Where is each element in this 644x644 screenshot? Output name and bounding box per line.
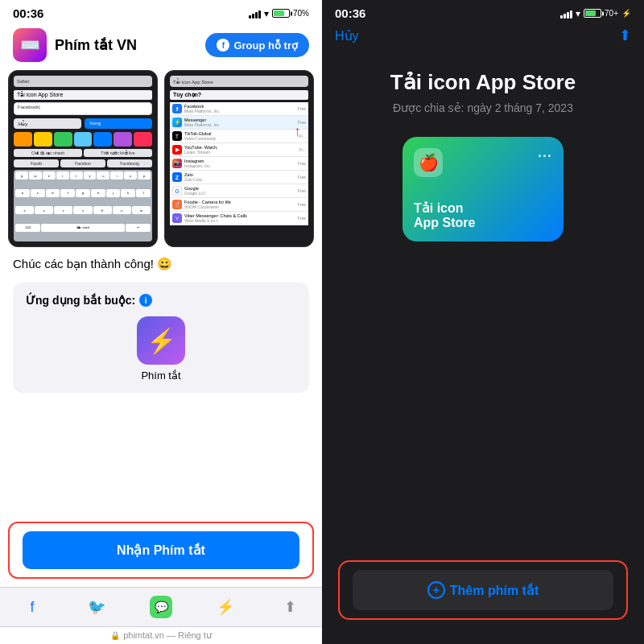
key-g: g [76, 189, 90, 197]
ss-list-title: Tùy chọn? [170, 90, 308, 100]
ss-price-ig: Free [298, 161, 306, 166]
group-support-button[interactable]: f Group hỗ trợ [205, 33, 309, 57]
ss-price-yt: Fr... [299, 147, 306, 152]
ss-icon-viber: V [172, 213, 182, 223]
app-logo-title: ⌨️ Phím tắt VN [13, 28, 137, 62]
signal-icon-right [560, 9, 572, 19]
ss-list-item-zalo: Z Zalo Zalo Corp. Free [170, 171, 308, 184]
battery-fill-right [585, 10, 596, 16]
sms-share-icon: 💬 [150, 596, 172, 618]
required-label-text: Ứng dụng bắt buộc: [26, 294, 135, 307]
ss-price-google: Free [298, 188, 306, 193]
ss-list-left-google: G Google Google LLC [172, 186, 206, 196]
keyboard-row-2: a s d f g h j k l [15, 189, 151, 206]
ss-safari-bar-1: Safari [14, 76, 152, 87]
status-time-left: 00:36 [13, 6, 43, 20]
more-share-button[interactable]: ⬆ [258, 588, 322, 626]
screenshots-row: Safari Tải icon App Store Facebook| Hủy … [0, 70, 322, 247]
twitter-share-icon: 🐦 [88, 598, 105, 616]
shortcut-card: 🍎 ··· Tải icon App Store [402, 137, 564, 242]
key-c: c [54, 206, 72, 214]
screenshot-inner-1: Safari Tải icon App Store Facebook| Hủy … [9, 71, 157, 246]
key-h: h [91, 189, 105, 197]
ss-btn-row-1: Hủy Xong [14, 118, 152, 129]
color-chip-1 [14, 132, 32, 147]
shortcut-title: Tải icon App Store [390, 70, 576, 95]
ss-text-tiktok: TikTok-Global Video Community [184, 131, 216, 141]
ss-color-row [14, 132, 152, 147]
facebook-share-icon: f [30, 599, 34, 616]
ss-price-viber: Free [298, 216, 306, 221]
status-icons-left: ▾ 70% [249, 8, 309, 19]
plus-circle-icon: + [427, 581, 445, 599]
messenger-share-icon: ⚡ [217, 598, 234, 616]
key-v: v [73, 206, 92, 214]
cancel-button[interactable]: Hủy [335, 28, 359, 43]
congrats-text: Chúc các bạn thành công! 😀 [13, 257, 309, 271]
screenshot-2: Tải icon App Store Tùy chọn? f Facebook … [164, 70, 314, 247]
ss-price-zalo: Free [298, 175, 306, 180]
required-app-box: Ứng dụng bắt buộc: i ⚡ Phím tắt [13, 283, 309, 393]
keyboard-row-1: q w e r t y u i o p [15, 171, 151, 188]
left-panel: 00:36 ▾ 70% ⌨️ Phím tắt VN f Group hỗ tr [0, 0, 322, 644]
ss-title-bar-1: Tải icon App Store [14, 90, 152, 100]
battery-right-shell [584, 9, 601, 18]
signal-bar-1 [249, 15, 251, 19]
shortcut-main: Tải icon App Store Được chia sẻ: ngày 2 … [322, 54, 644, 560]
sms-share-button[interactable]: 💬 [129, 588, 193, 626]
ss-list-item-fb: f Facebook Meta Platforms, Inc. Free [170, 102, 308, 116]
content-area: Chúc các bạn thành công! 😀 Ứng dụng bắt … [0, 247, 322, 522]
twitter-share-button[interactable]: 🐦 [64, 588, 129, 626]
battery-fill-left [274, 10, 284, 16]
ss-word-3: Facebooig [107, 159, 152, 167]
ss-list-left-yt: ▶ YouTube: Watch, Listen, Stream [172, 145, 218, 155]
ss-icon-fb: f [172, 104, 182, 114]
group-btn-label: Group hỗ trợ [233, 39, 298, 52]
key-p: p [138, 171, 151, 180]
url-text: phimtat.vn — Riêng tư [123, 630, 212, 641]
color-chip-3 [54, 132, 72, 147]
messenger-share-button[interactable]: ⚡ [193, 588, 258, 626]
signal-bar-r3 [567, 12, 569, 19]
key-a: a [15, 189, 30, 197]
ss-safari-bar-2: Tải icon App Store [170, 76, 308, 87]
ss-keyboard: q w e r t y u i o p a s d [14, 170, 152, 242]
ss-text-ig: Instagram Instagram, Inc. [184, 159, 211, 168]
key-z: z [15, 206, 34, 214]
card-label: Tải icon App Store [414, 200, 552, 230]
receive-shortcut-button[interactable]: Nhận Phím tắt [23, 531, 299, 569]
signal-bar-3 [255, 12, 258, 19]
key-123: 123 [15, 224, 40, 232]
key-q: q [15, 171, 28, 180]
right-nav: Hủy ⬆ [322, 23, 644, 54]
key-y: y [84, 171, 97, 180]
ss-list-item-ig: 📷 Instagram Instagram, Inc. Free [170, 157, 308, 171]
signal-bar-2 [252, 14, 254, 19]
app-title: Phím tắt VN [55, 36, 137, 54]
color-chip-7 [134, 132, 152, 147]
ss-list-left-ig: 📷 Instagram Instagram, Inc. [172, 159, 211, 168]
battery-pct-left: 70% [293, 9, 309, 18]
ss-list-item-tiktok: T TikTok-Global Video Community Fr... [170, 130, 308, 143]
screenshot-1: Safari Tải icon App Store Facebook| Hủy … [8, 70, 158, 247]
facebook-share-button[interactable]: f [0, 588, 64, 626]
add-shortcut-button[interactable]: + Thêm phím tắt [353, 570, 613, 610]
key-j: j [106, 189, 121, 197]
ss-list-left-msg: ⚡ Messenger Meta Platforms, Inc. [172, 118, 220, 127]
key-i: i [110, 171, 123, 180]
ss-cancel-1: Hủy [14, 118, 81, 129]
signal-bar-r1 [560, 15, 563, 19]
red-arrow-icon: ↑ [294, 123, 301, 140]
more-share-icon: ⬆ [284, 598, 296, 616]
signal-bar-4 [258, 10, 261, 19]
ss-icon-google: G [172, 186, 182, 196]
ss-word-1: Faceb [14, 159, 59, 167]
ss-list-left-fb: f Facebook Meta Platforms, Inc. [172, 104, 220, 114]
key-b: b [93, 206, 112, 214]
phim-tat-icon: ⚡ [137, 316, 185, 365]
info-badge: i [139, 294, 152, 307]
share-button[interactable]: ⬆ [619, 27, 631, 44]
card-icon: 🍎 [419, 153, 439, 172]
keyboard-row-4: 123 đặc cách ↩ [15, 224, 151, 241]
ss-word-2: Faceboo [60, 159, 105, 167]
